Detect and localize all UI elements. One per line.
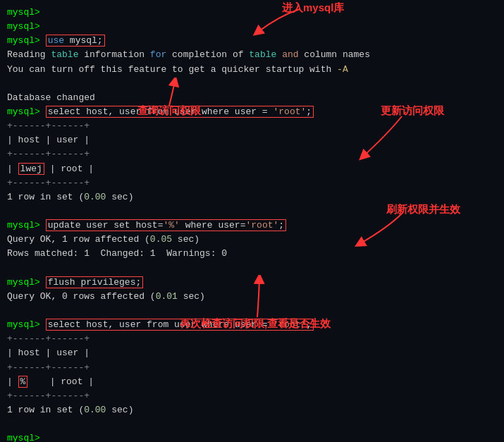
line-4-reading: Reading table information for completion… xyxy=(7,48,497,62)
table-border-2: +------+------+ xyxy=(7,147,497,161)
use-mysql-cmd: use mysql; xyxy=(46,35,105,47)
prompt-1: mysql> xyxy=(7,7,40,18)
prompt-8: mysql> xyxy=(7,433,40,442)
table-border-3: +------+------+ xyxy=(7,176,497,190)
line-flush: mysql> flush privileges; xyxy=(7,276,497,290)
line-1: mysql> xyxy=(7,6,497,20)
prompt-4: mysql> xyxy=(7,106,40,117)
table-border-1: +------+------+ xyxy=(7,119,497,133)
table-border-6: +------+------+ xyxy=(7,389,497,403)
blank-5 xyxy=(7,417,497,431)
blank-3 xyxy=(7,262,497,276)
table-row-2: | % | root | xyxy=(7,375,497,389)
db-changed: Database changed xyxy=(7,91,497,105)
blank-1 xyxy=(7,77,497,91)
line-final-1: mysql> xyxy=(7,431,497,442)
update-cmd: update user set host='%' where user='roo… xyxy=(46,219,286,231)
table-word-2: table xyxy=(249,49,276,60)
annotation-recheck: 再次检查访问权限,查看是否生效 xyxy=(180,317,331,331)
rows-matched: Rows matched: 1 Changed: 1 Warnings: 0 xyxy=(7,247,497,261)
line-update: mysql> update user set host='%' where us… xyxy=(7,219,497,233)
and-word: and xyxy=(282,49,298,60)
line-2: mysql> xyxy=(7,20,497,34)
annotation-enter-mysql: 进入mysql库 xyxy=(282,1,344,15)
row-count-1: 1 row in set (0.00 sec) xyxy=(7,190,497,204)
prompt-5: mysql> xyxy=(7,220,40,231)
table-row-1: | lwej | root | xyxy=(7,162,497,176)
annotation-text-2: 查询访问权限 xyxy=(137,104,201,116)
line-5-you: You can turn off this feature to get a q… xyxy=(7,63,497,77)
lwej-box: lwej xyxy=(18,163,44,175)
table-border-4: +------+------+ xyxy=(7,332,497,346)
table-header-1: | host | user | xyxy=(7,133,497,147)
table-word-1: table xyxy=(51,49,78,60)
use-keyword: use xyxy=(48,35,64,46)
prompt-3: mysql> xyxy=(7,35,40,46)
row-count-2: 1 row in set (0.00 sec) xyxy=(7,403,497,417)
query-ok-2: Query OK, 0 rows affected (0.01 sec) xyxy=(7,290,497,304)
table-border-5: +------+------+ xyxy=(7,361,497,375)
prompt-6: mysql> xyxy=(7,277,40,288)
prompt-7: mysql> xyxy=(7,319,40,330)
flush-cmd: flush privileges; xyxy=(46,276,144,288)
percent-box: % xyxy=(18,376,28,388)
annotation-text-4: 刷新权限并生效 xyxy=(386,203,460,215)
annotation-query-access: 查询访问权限 xyxy=(137,104,201,118)
terminal-window: mysql> mysql> mysql> use mysql; Reading … xyxy=(0,0,504,442)
annotation-update-access: 更新访问权限 xyxy=(381,104,444,118)
for-keyword: for xyxy=(150,49,166,60)
prompt-2: mysql> xyxy=(7,21,40,32)
annotation-text-3: 更新访问权限 xyxy=(381,104,444,116)
query-ok-1: Query OK, 1 row affected (0.05 sec) xyxy=(7,233,497,247)
annotation-flush: 刷新权限并生效 xyxy=(386,203,460,216)
table-header-2: | host | user | xyxy=(7,346,497,360)
annotation-text-1: 进入mysql库 xyxy=(282,1,344,13)
line-3-use: mysql> use mysql; xyxy=(7,34,497,48)
annotation-text-5: 再次检查访问权限,查看是否生效 xyxy=(180,317,331,329)
blank-4 xyxy=(7,304,497,318)
